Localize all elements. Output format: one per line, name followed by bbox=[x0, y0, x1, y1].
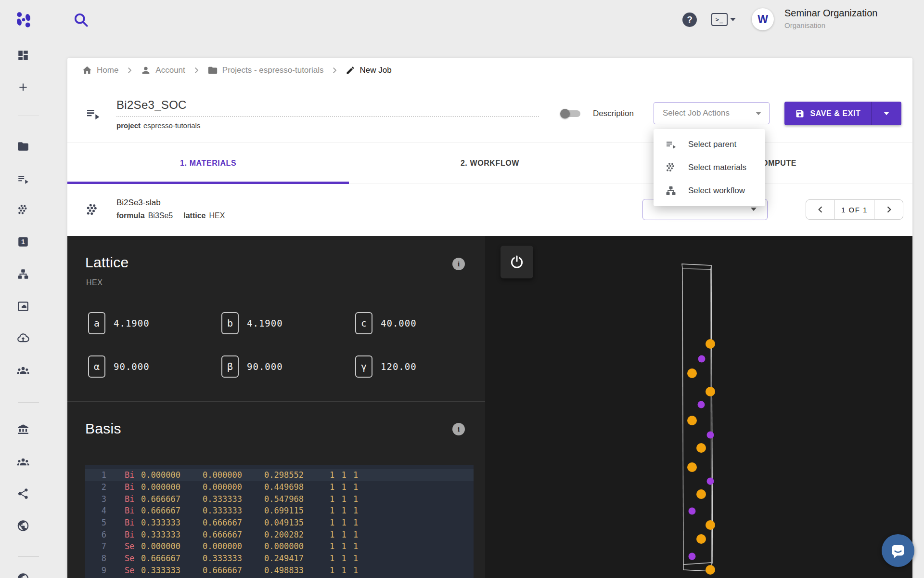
save-icon bbox=[795, 109, 805, 118]
one-badge-icon[interactable]: 1 bbox=[0, 236, 46, 248]
atom-Se[interactable] bbox=[706, 339, 715, 349]
atom-Bi[interactable] bbox=[698, 401, 705, 408]
chevron-down-icon bbox=[730, 18, 736, 21]
menu-item-select-workflow[interactable]: Select workflow bbox=[654, 179, 765, 202]
globe-icon[interactable] bbox=[0, 519, 46, 532]
lattice-value-beta[interactable]: 90.000 bbox=[247, 361, 283, 372]
atom-Se[interactable] bbox=[706, 520, 715, 530]
console-menu-button[interactable]: >_ bbox=[711, 13, 736, 26]
atom-Bi[interactable] bbox=[707, 478, 714, 485]
atom-Se[interactable] bbox=[696, 534, 706, 544]
save-exit-caret[interactable] bbox=[872, 102, 901, 125]
sidebar-divider bbox=[18, 402, 39, 403]
atom-Se[interactable] bbox=[687, 368, 697, 378]
select-job-actions-dropdown[interactable]: Select Job Actions bbox=[654, 102, 770, 124]
mat3ra-logo-icon[interactable] bbox=[14, 11, 33, 29]
playlist-play-icon bbox=[665, 139, 677, 150]
share-icon[interactable] bbox=[0, 487, 46, 500]
playlist-play-icon[interactable] bbox=[0, 173, 46, 185]
help-icon[interactable]: ? bbox=[682, 13, 697, 27]
basis-row[interactable]: 5Bi0.3333330.6666670.0491351 1 1 bbox=[85, 517, 474, 529]
basis-row[interactable]: 1Bi0.0000000.0000000.2985521 1 1 bbox=[85, 469, 474, 481]
crystal-cell-canvas[interactable] bbox=[485, 236, 912, 578]
search-icon[interactable] bbox=[72, 11, 90, 28]
lattice-field-b[interactable]: b 4.1900 bbox=[221, 312, 283, 334]
atom-Bi[interactable] bbox=[707, 432, 714, 439]
atom-Se[interactable] bbox=[706, 565, 715, 575]
lattice-symbol: γ bbox=[355, 355, 372, 378]
atom-Se[interactable] bbox=[687, 416, 697, 425]
plus-icon[interactable] bbox=[0, 81, 46, 93]
breadcrumb-label: Account bbox=[155, 66, 185, 75]
basis-row[interactable]: 3Bi0.6666670.3333330.5479681 1 1 bbox=[85, 493, 474, 505]
basis-editor[interactable]: 1Bi0.0000000.0000000.2985521 1 1 2Bi0.00… bbox=[85, 465, 474, 578]
dashboard-icon[interactable] bbox=[0, 49, 46, 62]
basis-row[interactable]: 10Se0.0000000.0000000.1541401 1 1 bbox=[85, 576, 474, 578]
lattice-value-c[interactable]: 40.000 bbox=[381, 318, 417, 328]
basis-row[interactable]: 4Bi0.6666670.3333330.6991151 1 1 bbox=[85, 505, 474, 517]
breadcrumb-new-job[interactable]: New Job bbox=[346, 66, 391, 75]
folder-icon[interactable] bbox=[0, 140, 46, 153]
menu-item-select-parent[interactable]: Select parent bbox=[654, 133, 765, 156]
info-icon[interactable]: i bbox=[452, 258, 465, 270]
breadcrumb-home[interactable]: Home bbox=[82, 65, 118, 76]
pager-next-button[interactable] bbox=[874, 200, 903, 219]
tab-materials[interactable]: 1. MATERIALS bbox=[67, 143, 349, 184]
menu-item-select-materials[interactable]: Select materials bbox=[654, 156, 765, 179]
lattice-field-gamma[interactable]: γ 120.00 bbox=[355, 355, 417, 378]
breadcrumb-account[interactable]: Account bbox=[141, 65, 185, 76]
lattice-field-beta[interactable]: β 90.000 bbox=[221, 355, 283, 378]
sitemap-icon bbox=[665, 185, 677, 197]
person-icon bbox=[141, 65, 151, 76]
description-label: Description bbox=[593, 109, 634, 118]
job-title[interactable]: Bi2Se3_SOC bbox=[116, 98, 187, 112]
chevron-down-icon bbox=[884, 112, 889, 115]
lattice-value: HEX bbox=[209, 211, 225, 220]
bank-icon[interactable] bbox=[0, 423, 46, 435]
basis-row[interactable]: 9Se0.3333330.6666670.4988331 1 1 bbox=[85, 565, 474, 577]
tab-workflow[interactable]: 2. WORKFLOW bbox=[349, 143, 630, 184]
sitemap-icon[interactable] bbox=[0, 268, 46, 280]
basis-section-title: Basis bbox=[85, 420, 121, 437]
avatar[interactable]: W bbox=[752, 8, 774, 30]
pager-prev-button[interactable] bbox=[806, 200, 835, 219]
atom-Se[interactable] bbox=[706, 387, 715, 396]
basis-row[interactable]: 8Se0.6666670.3333330.2494171 1 1 bbox=[85, 552, 474, 565]
atom-Se[interactable] bbox=[687, 462, 697, 472]
material-pager: 1 OF 1 bbox=[806, 199, 903, 220]
basis-row[interactable]: 2Bi0.0000000.0000000.4496981 1 1 bbox=[85, 481, 474, 493]
cloud-upload-icon[interactable] bbox=[0, 332, 46, 344]
lattice-field-a[interactable]: a 4.1900 bbox=[88, 312, 150, 334]
description-toggle[interactable] bbox=[560, 107, 583, 120]
lattice-section-title: Lattice bbox=[85, 254, 129, 271]
wallpaper-icon[interactable] bbox=[0, 300, 46, 313]
atoms-icon[interactable] bbox=[0, 204, 46, 216]
lattice-symbol: β bbox=[221, 355, 239, 378]
atom-Bi[interactable] bbox=[689, 508, 696, 515]
save-exit-label: SAVE & EXIT bbox=[810, 109, 861, 118]
lattice-value-a[interactable]: 4.1900 bbox=[114, 318, 150, 328]
lattice-value-alpha[interactable]: 90.000 bbox=[114, 361, 150, 372]
material-name[interactable]: Bi2Se3-slab bbox=[116, 198, 161, 208]
atom-Se[interactable] bbox=[696, 443, 706, 453]
chat-launcher[interactable] bbox=[882, 534, 914, 567]
breadcrumb-projects[interactable]: Projects - espresso-tutorials bbox=[207, 65, 324, 76]
basis-row[interactable]: 6Bi0.3333330.6666670.2002821 1 1 bbox=[85, 528, 474, 540]
atom-Bi[interactable] bbox=[689, 553, 696, 560]
globe-icon[interactable] bbox=[0, 572, 46, 578]
people-icon[interactable] bbox=[0, 456, 46, 469]
people-icon[interactable] bbox=[0, 364, 46, 377]
atom-Bi[interactable] bbox=[698, 355, 706, 363]
lattice-field-c[interactable]: c 40.000 bbox=[355, 312, 417, 334]
lattice-value-gamma[interactable]: 120.00 bbox=[381, 361, 417, 372]
basis-row[interactable]: 7Se0.0000000.0000000.0000001 1 1 bbox=[85, 540, 474, 552]
lattice-value-b[interactable]: 4.1900 bbox=[247, 318, 283, 328]
menu-item-label: Select workflow bbox=[688, 186, 745, 196]
formula-value: Bi3Se5 bbox=[148, 211, 173, 220]
save-exit-main[interactable]: SAVE & EXIT bbox=[784, 102, 872, 125]
info-icon[interactable]: i bbox=[452, 423, 465, 435]
lattice-field-alpha[interactable]: α 90.000 bbox=[88, 355, 150, 378]
atom-Se[interactable] bbox=[696, 489, 706, 499]
title-underline bbox=[116, 116, 539, 117]
save-exit-button[interactable]: SAVE & EXIT bbox=[784, 102, 901, 125]
